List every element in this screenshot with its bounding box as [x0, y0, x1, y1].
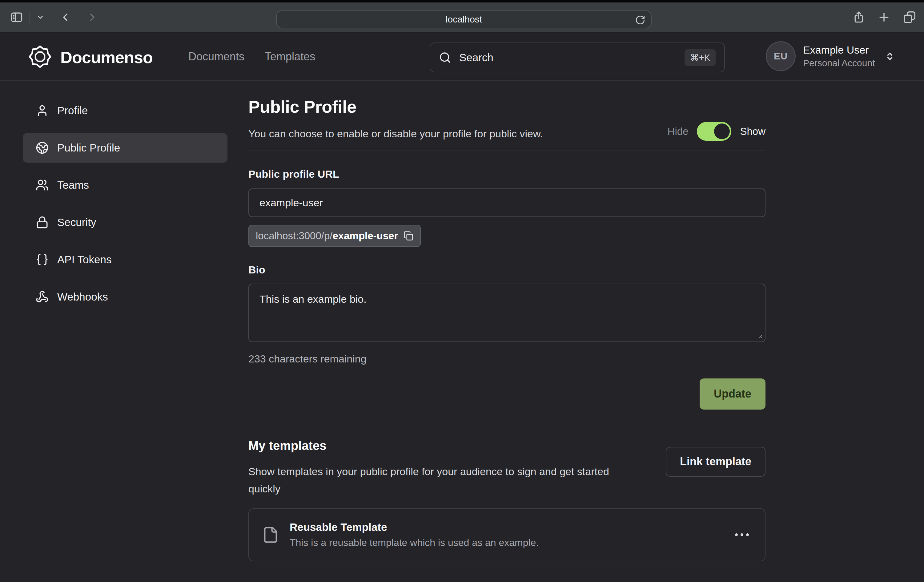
- my-templates-description: Show templates in your public profile fo…: [248, 463, 615, 497]
- template-card[interactable]: Reusable Template This is a reusable tem…: [248, 508, 766, 561]
- webhook-icon: [36, 290, 49, 303]
- profile-visibility-toggle-row: Hide Show: [668, 122, 766, 141]
- profile-url-preview-chip[interactable]: localhost:3000/p/example-user: [248, 225, 421, 247]
- address-bar-url[interactable]: localhost: [446, 14, 482, 25]
- my-templates-section-header: My templates Show templates in your publ…: [248, 438, 766, 497]
- toggle-knob: [714, 124, 730, 139]
- public-profile-section-header: Public Profile You can choose to enable …: [248, 98, 766, 141]
- back-button-icon[interactable]: [59, 11, 71, 23]
- characters-remaining: 233 characters remaining: [248, 352, 766, 365]
- globe-icon: [36, 141, 49, 154]
- top-nav: Documents Templates: [188, 33, 315, 80]
- sidebar-item-webhooks[interactable]: Webhooks: [23, 282, 228, 312]
- brand-name: Documenso: [60, 48, 153, 67]
- search-input[interactable]: Search ⌘+K: [430, 43, 725, 72]
- search-shortcut-badge: ⌘+K: [685, 49, 716, 66]
- copy-icon[interactable]: [404, 231, 413, 241]
- user-menu[interactable]: EU Example User Personal Account: [766, 41, 896, 71]
- users-icon: [36, 179, 49, 192]
- profile-url-input[interactable]: [248, 188, 766, 217]
- link-template-button[interactable]: Link template: [666, 447, 766, 477]
- main-content: Public Profile You can choose to enable …: [248, 81, 766, 561]
- address-bar[interactable]: localhost: [276, 10, 652, 28]
- user-name: Example User: [803, 44, 875, 56]
- update-button[interactable]: Update: [700, 379, 766, 410]
- browser-toolbar: localhost: [0, 0, 924, 33]
- sidebar-item-teams[interactable]: Teams: [23, 170, 228, 200]
- profile-visibility-toggle[interactable]: [697, 122, 731, 141]
- sidebar-item-profile[interactable]: Profile: [23, 96, 228, 125]
- file-icon: [262, 526, 279, 544]
- chevrons-up-down-icon: [884, 51, 896, 62]
- section-divider: [248, 150, 766, 151]
- sidebar-item-public-profile[interactable]: Public Profile: [23, 133, 228, 163]
- bio-label: Bio: [248, 263, 766, 276]
- sidebar-item-label: Teams: [57, 179, 89, 191]
- share-icon[interactable]: [852, 10, 866, 24]
- toggle-show-label: Show: [740, 126, 766, 137]
- template-name: Reusable Template: [290, 521, 539, 533]
- sidebar-item-label: Profile: [57, 104, 88, 117]
- search-placeholder: Search: [459, 51, 493, 64]
- forward-button-icon: [86, 11, 99, 23]
- avatar[interactable]: EU: [766, 41, 796, 71]
- sidebar-item-label: Webhooks: [57, 291, 108, 303]
- braces-icon: [36, 253, 49, 266]
- nav-documents[interactable]: Documents: [188, 50, 244, 63]
- sidebar-item-security[interactable]: Security: [23, 208, 228, 237]
- nav-templates[interactable]: Templates: [265, 50, 315, 63]
- profile-url-slug: example-user: [333, 230, 398, 242]
- bio-textarea[interactable]: This is an example bio.: [248, 284, 766, 342]
- sidebar-item-label: Security: [57, 216, 96, 228]
- sidebar-chevron-down-icon[interactable]: [36, 13, 45, 21]
- search-icon: [439, 51, 451, 64]
- settings-sidebar: Profile Public Profile Teams Security AP…: [23, 96, 228, 319]
- toggle-hide-label: Hide: [668, 126, 688, 137]
- documenso-logo-icon: [28, 45, 52, 70]
- tab-overview-icon[interactable]: [903, 10, 917, 24]
- reload-icon[interactable]: [635, 15, 645, 25]
- sidebar-item-label: Public Profile: [57, 142, 120, 154]
- app-window: localhost Documen: [0, 0, 924, 582]
- profile-url-label: Public profile URL: [248, 167, 766, 180]
- user-icon: [36, 104, 49, 117]
- lock-icon: [36, 216, 49, 229]
- user-account-type: Personal Account: [803, 58, 875, 68]
- new-tab-icon[interactable]: [877, 10, 891, 24]
- template-more-menu-icon[interactable]: [732, 530, 752, 539]
- brand[interactable]: Documenso: [28, 45, 153, 70]
- profile-url-prefix: localhost:3000/p/: [256, 230, 333, 242]
- sidebar-toggle-icon[interactable]: [10, 10, 23, 24]
- page-title: Public Profile: [248, 98, 766, 116]
- toolbar-divider: [30, 10, 30, 24]
- sidebar-item-label: API Tokens: [57, 253, 111, 266]
- sidebar-item-api-tokens[interactable]: API Tokens: [23, 245, 228, 274]
- app-header: Documenso Documents Templates Search ⌘+K…: [0, 33, 924, 81]
- template-description: This is a reusable template which is use…: [290, 537, 539, 549]
